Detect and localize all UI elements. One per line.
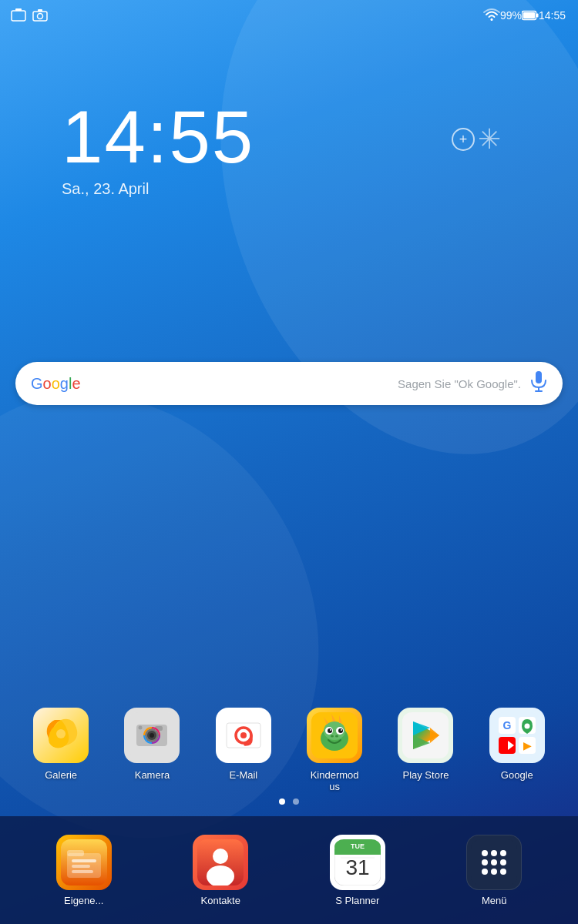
- battery-icon: [522, 10, 539, 21]
- playstore-icon: [398, 708, 453, 763]
- kamera-label: Kamera: [135, 769, 170, 782]
- sun-icon: ✳: [478, 123, 501, 156]
- menu-label: Menü: [482, 895, 507, 906]
- svg-point-67: [500, 859, 506, 865]
- svg-text:31: 31: [345, 855, 369, 879]
- page-dot-1: [279, 798, 285, 805]
- google-folder-label: Google: [501, 769, 533, 782]
- svg-rect-49: [72, 859, 96, 862]
- status-bar: 99% 14:55: [0, 0, 578, 31]
- status-left-icons: [11, 8, 48, 22]
- app-playstore[interactable]: Play Store: [387, 708, 464, 782]
- svg-point-62: [482, 850, 488, 856]
- svg-text:G: G: [502, 719, 511, 732]
- battery-percent: 99%: [500, 9, 522, 22]
- svg-point-19: [139, 725, 143, 729]
- email-icon: [216, 708, 271, 763]
- mic-icon[interactable]: [530, 370, 547, 397]
- eigene-icon: [56, 835, 112, 890]
- eigene-label: Eigene...: [64, 895, 103, 906]
- screenshot-icon: [11, 8, 26, 22]
- galerie-label: Galerie: [45, 769, 77, 782]
- clock-time: 14:55: [62, 100, 254, 174]
- weather-add-button[interactable]: +: [452, 128, 475, 151]
- app-kindermod[interactable]: Kindermodus: [296, 708, 373, 793]
- svg-point-53: [213, 849, 228, 864]
- app-kamera[interactable]: Kamera: [113, 708, 190, 782]
- svg-point-63: [491, 850, 497, 856]
- svg-point-30: [328, 728, 332, 733]
- kamera-icon: [124, 708, 180, 763]
- dock-kontakte[interactable]: Kontakte: [178, 835, 263, 906]
- svg-rect-1: [15, 8, 22, 11]
- svg-rect-50: [72, 865, 90, 868]
- svg-point-41: [524, 723, 529, 728]
- svg-point-5: [490, 18, 492, 21]
- page-dots: [0, 798, 578, 805]
- search-hint: Sagen Sie "Ok Google".: [398, 377, 521, 390]
- menu-icon: [466, 835, 522, 890]
- kontakte-icon: [193, 835, 248, 890]
- svg-point-64: [500, 850, 506, 856]
- clock-date: Sa., 23. April: [62, 180, 254, 198]
- status-time: 14:55: [539, 9, 566, 22]
- app-grid: Galerie Kamera: [0, 708, 578, 793]
- svg-text:TUE: TUE: [351, 842, 365, 850]
- svg-point-68: [482, 869, 488, 875]
- google-folder-icon: G ▶: [489, 708, 545, 763]
- svg-point-35: [335, 735, 338, 737]
- app-galerie[interactable]: Galerie: [22, 708, 99, 782]
- dock-menu[interactable]: Menü: [452, 835, 536, 906]
- email-label: E-Mail: [229, 769, 257, 782]
- dock-splanner[interactable]: TUE 31 S Planner: [315, 835, 400, 906]
- page-dot-2: [293, 798, 299, 805]
- svg-rect-4: [38, 9, 42, 12]
- svg-point-17: [150, 733, 154, 738]
- svg-point-66: [491, 859, 497, 865]
- svg-point-3: [38, 14, 43, 19]
- kontakte-label: Kontakte: [201, 895, 240, 906]
- playstore-label: Play Store: [402, 769, 449, 782]
- svg-point-24: [240, 732, 247, 738]
- app-email[interactable]: E-Mail: [205, 708, 282, 782]
- svg-rect-7: [523, 12, 535, 18]
- galerie-icon: [33, 708, 89, 763]
- splanner-icon: TUE 31: [330, 835, 385, 890]
- svg-rect-9: [536, 371, 542, 383]
- clock-widget: 14:55 Sa., 23. April: [62, 100, 254, 198]
- wifi-icon: [483, 8, 500, 22]
- camera-status-icon: [32, 8, 48, 22]
- kindermod-icon: [307, 708, 362, 763]
- dock-eigene[interactable]: Eigene...: [42, 835, 126, 906]
- svg-point-12: [56, 729, 66, 738]
- google-search-bar[interactable]: Google Sagen Sie "Ok Google".: [15, 362, 563, 405]
- kindermod-label: Kindermodus: [311, 769, 359, 793]
- svg-point-34: [331, 735, 334, 737]
- splanner-label: S Planner: [335, 895, 379, 906]
- google-logo: Google: [31, 375, 81, 393]
- svg-point-33: [341, 729, 342, 731]
- svg-text:▶: ▶: [523, 739, 531, 752]
- svg-point-69: [491, 869, 497, 875]
- svg-point-65: [482, 859, 488, 865]
- svg-point-70: [500, 869, 506, 875]
- weather-widget[interactable]: + ✳: [452, 123, 501, 156]
- svg-rect-0: [12, 11, 25, 21]
- svg-rect-48: [67, 850, 84, 856]
- svg-rect-51: [72, 870, 93, 873]
- app-google-folder[interactable]: G ▶ Google: [479, 708, 556, 782]
- svg-point-31: [338, 728, 343, 733]
- svg-point-32: [330, 729, 331, 731]
- dock: Eigene... Kontakte: [0, 816, 578, 924]
